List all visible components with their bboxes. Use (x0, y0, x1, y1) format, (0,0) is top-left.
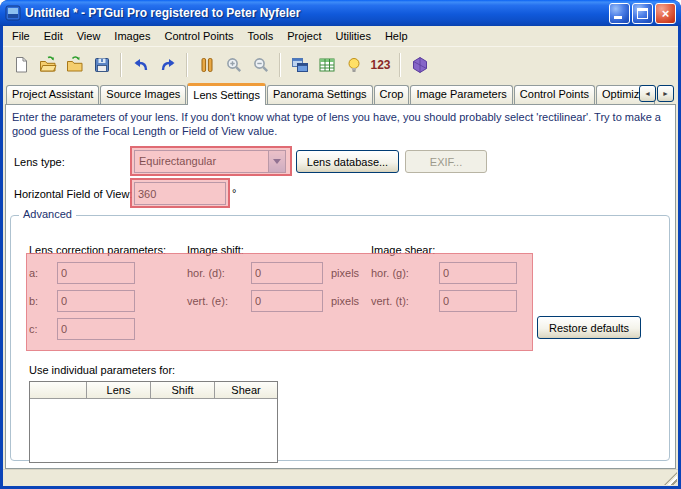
minimize-icon (614, 16, 622, 19)
menu-view[interactable]: View (70, 27, 108, 45)
exif-button: EXIF... (405, 150, 487, 173)
status-bar (3, 469, 678, 486)
table-header-blank (30, 382, 87, 399)
optimizer-button[interactable] (406, 51, 433, 78)
menu-project[interactable]: Project (280, 27, 328, 45)
lightbulb-icon (344, 55, 364, 75)
table-header-shear: Shear (215, 382, 277, 399)
menu-edit[interactable]: Edit (37, 27, 70, 45)
tab-lens-settings[interactable]: Lens Settings (187, 83, 266, 105)
toolbar-separator (279, 53, 281, 77)
menu-images[interactable]: Images (107, 27, 157, 45)
toolbar-separator (186, 53, 188, 77)
lens-settings-intro-text: Enter the parameters of your lens. If yo… (12, 110, 670, 138)
shift-vert-label: vert. (e): (187, 295, 228, 307)
shear-hor-input[interactable] (439, 262, 517, 284)
optimizer-icon (410, 55, 430, 75)
toolbar: 123 (3, 46, 678, 82)
lens-type-label: Lens type: (14, 156, 65, 168)
close-button[interactable]: × (655, 3, 676, 24)
restore-defaults-button[interactable]: Restore defaults (537, 316, 641, 339)
tab-scroll-right-icon[interactable]: ► (657, 85, 674, 102)
app-icon (5, 5, 21, 21)
ptgui-window: Untitled * - PTGui Pro registered to Pet… (0, 0, 681, 489)
save-project-button[interactable] (88, 51, 115, 78)
lens-database-button[interactable]: Lens database... (296, 150, 399, 173)
image-shift-label: Image shift: (187, 244, 244, 256)
individual-parameters-table[interactable]: Lens Shift Shear (29, 381, 278, 463)
lens-settings-panel: Enter the parameters of your lens. If yo… (5, 104, 676, 469)
shift-vert-unit: pixels (331, 295, 359, 307)
shear-vert-label: vert. (t): (371, 295, 409, 307)
tab-control-points[interactable]: Control Points (514, 85, 595, 104)
table-header-lens: Lens (87, 382, 151, 399)
menu-file[interactable]: File (5, 27, 37, 45)
panorama-editor-icon (290, 55, 310, 75)
menu-bar: File Edit View Images Control Points Too… (3, 26, 678, 46)
dropdown-button[interactable] (268, 151, 285, 172)
redo-button[interactable] (154, 51, 181, 78)
minimize-button[interactable] (609, 3, 630, 24)
individual-parameters-label: Use individual parameters for: (29, 364, 175, 376)
maximize-button[interactable] (632, 3, 653, 24)
tab-image-parameters[interactable]: Image Parameters (410, 85, 512, 104)
param-b-input[interactable] (57, 290, 135, 312)
hfov-input[interactable] (134, 182, 226, 205)
reload-folder-icon (65, 55, 85, 75)
control-points-markers-icon (197, 55, 217, 75)
zoom-out-button[interactable] (247, 51, 274, 78)
lens-type-value: Equirectangular (135, 151, 268, 172)
tab-crop[interactable]: Crop (374, 85, 410, 104)
panorama-editor-button[interactable] (286, 51, 313, 78)
resize-grip[interactable] (664, 472, 677, 485)
param-a-input[interactable] (57, 262, 135, 284)
tab-panorama-settings[interactable]: Panorama Settings (267, 85, 373, 104)
menu-tools[interactable]: Tools (241, 27, 281, 45)
shear-vert-input[interactable] (439, 290, 517, 312)
numbers-icon: 123 (370, 58, 390, 72)
zoom-in-icon (224, 55, 244, 75)
shift-vert-input[interactable] (251, 290, 323, 312)
hfov-unit-label: ° (232, 187, 236, 199)
lens-type-dropdown[interactable]: Equirectangular (134, 150, 286, 173)
hfov-label: Horizontal Field of View: (14, 188, 132, 200)
zoom-in-button[interactable] (220, 51, 247, 78)
chevron-down-icon (273, 159, 281, 164)
undo-button[interactable] (127, 51, 154, 78)
shear-hor-label: hor. (g): (371, 267, 409, 279)
generate-control-points-button[interactable] (193, 51, 220, 78)
tab-strip: Project Assistant Source Images Lens Set… (3, 82, 678, 104)
save-floppy-icon (92, 55, 112, 75)
menu-utilities[interactable]: Utilities (328, 27, 377, 45)
advanced-caption: Advanced (19, 208, 76, 220)
shift-hor-label: hor. (d): (187, 267, 225, 279)
shift-hor-unit: pixels (331, 267, 359, 279)
toolbar-separator (399, 53, 401, 77)
detail-viewer-button[interactable] (313, 51, 340, 78)
new-document-icon (11, 55, 31, 75)
param-c-input[interactable] (57, 318, 135, 340)
toolbar-separator (120, 53, 122, 77)
table-header-row: Lens Shift Shear (30, 382, 277, 399)
lens-correction-label: Lens correction parameters: (29, 244, 166, 256)
open-folder-icon (38, 55, 58, 75)
numeric-transform-button[interactable]: 123 (367, 51, 394, 78)
undo-icon (131, 55, 151, 75)
tab-scroll-left-icon[interactable]: ◄ (639, 85, 656, 102)
menu-control-points[interactable]: Control Points (157, 27, 240, 45)
preview-button[interactable] (340, 51, 367, 78)
advanced-groupbox: Advanced Lens correction parameters: Ima… (10, 215, 670, 461)
redo-icon (158, 55, 178, 75)
tab-project-assistant[interactable]: Project Assistant (6, 85, 99, 104)
open-project-button[interactable] (34, 51, 61, 78)
shift-hor-input[interactable] (251, 262, 323, 284)
maximize-icon (637, 8, 648, 19)
window-title: Untitled * - PTGui Pro registered to Pet… (25, 6, 609, 20)
tab-source-images[interactable]: Source Images (100, 85, 186, 104)
param-a-label: a: (29, 267, 38, 279)
new-project-button[interactable] (7, 51, 34, 78)
revert-project-button[interactable] (61, 51, 88, 78)
title-bar[interactable]: Untitled * - PTGui Pro registered to Pet… (0, 0, 681, 26)
menu-help[interactable]: Help (378, 27, 415, 45)
image-shear-label: Image shear: (371, 244, 435, 256)
